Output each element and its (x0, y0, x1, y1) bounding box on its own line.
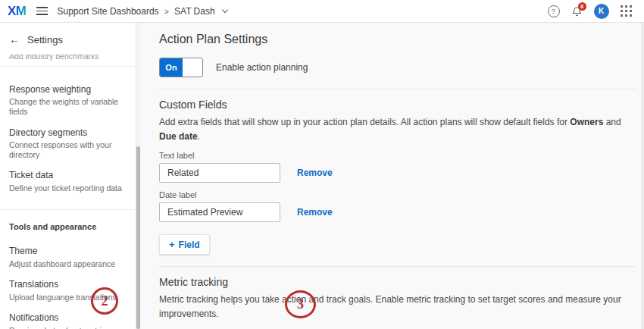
page-title: Action Plan Settings (159, 32, 635, 47)
text-label-input[interactable] (159, 163, 280, 183)
sidebar-item-notifications[interactable]: Notifications Receive alerts about metri… (0, 307, 136, 329)
settings-sidebar: ← Settings Add industry benchmarks Respo… (0, 23, 141, 329)
sidebar-item-directory-segments[interactable]: Directory segments Connect responses wit… (0, 122, 136, 165)
section-divider (159, 89, 635, 89)
top-bar: XM Support Site Dashboards > SAT Dash ? … (0, 0, 644, 23)
action-plan-settings-panel: Action Plan Settings On Enable action pl… (141, 23, 644, 329)
breadcrumb-current-dashboard[interactable]: SAT Dash (174, 6, 215, 17)
chevron-down-icon[interactable] (221, 7, 227, 13)
section-divider-2 (159, 266, 635, 267)
custom-fields-description: Add extra fields that will show up in yo… (159, 115, 635, 143)
enable-action-planning-label: Enable action planning (216, 62, 308, 73)
sidebar-title: Settings (27, 34, 63, 45)
custom-fields-heading: Custom Fields (159, 99, 635, 111)
remove-date-field-link[interactable]: Remove (297, 207, 333, 218)
sidebar-item-ticket-data[interactable]: Ticket data Define your ticket reporting… (0, 164, 136, 198)
enable-action-planning-toggle[interactable]: On (159, 58, 203, 77)
toggle-on-label: On (160, 58, 183, 77)
user-avatar[interactable]: K (594, 4, 609, 19)
notification-count-badge: 8 (578, 2, 586, 11)
breadcrumb-root-link[interactable]: Support Site Dashboards (58, 6, 159, 17)
remove-text-field-link[interactable]: Remove (297, 168, 333, 178)
notifications-bell-icon[interactable]: 8 (571, 5, 583, 17)
date-label-caption: Date label (159, 190, 635, 199)
settings-back-header[interactable]: ← Settings (0, 23, 136, 55)
metric-tracking-heading: Metric tracking (159, 276, 635, 288)
add-field-button[interactable]: + Field (159, 234, 210, 255)
app-switcher-icon[interactable] (621, 5, 633, 17)
metric-tracking-description: Metric tracking helps you take action an… (159, 293, 635, 321)
sidebar-scrollbar-thumb[interactable] (136, 146, 140, 329)
help-icon[interactable]: ? (548, 5, 560, 17)
breadcrumb: Support Site Dashboards > SAT Dash (58, 6, 227, 17)
hamburger-menu-icon[interactable] (36, 7, 48, 15)
xm-logo[interactable]: XM (8, 4, 27, 19)
date-label-input[interactable] (159, 202, 280, 222)
plus-icon: + (169, 239, 175, 250)
sidebar-item-response-weighting[interactable]: Response weighting Change the weights of… (0, 79, 136, 122)
back-arrow-icon: ← (9, 33, 20, 45)
sidebar-divider (0, 66, 136, 67)
page-scrollbar-track[interactable] (641, 23, 644, 329)
sidebar-item-add-industry-benchmarks[interactable]: Add industry benchmarks (0, 55, 136, 62)
breadcrumb-separator: > (164, 7, 169, 16)
sidebar-item-theme[interactable]: Theme Adjust dashboard appearance (0, 240, 136, 274)
text-label-caption: Text label (159, 151, 635, 160)
sidebar-section-tools-and-appearance: Tools and appearance (0, 210, 136, 240)
annotation-step-2: 2 (91, 287, 118, 315)
annotation-step-3: 3 (285, 290, 316, 318)
